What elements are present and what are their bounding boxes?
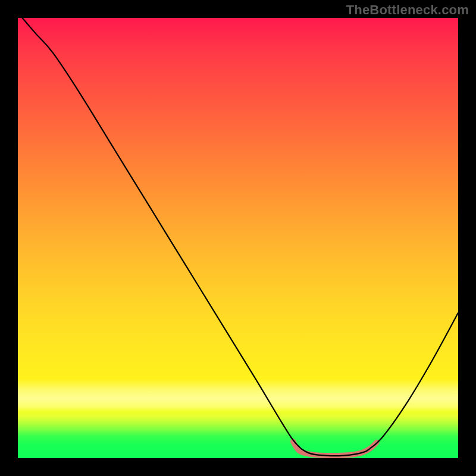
- plot-area: [18, 18, 458, 458]
- chart-stage: TheBottleneck.com: [0, 0, 476, 476]
- watermark-label: TheBottleneck.com: [346, 2, 469, 18]
- gradient-background: [18, 18, 458, 458]
